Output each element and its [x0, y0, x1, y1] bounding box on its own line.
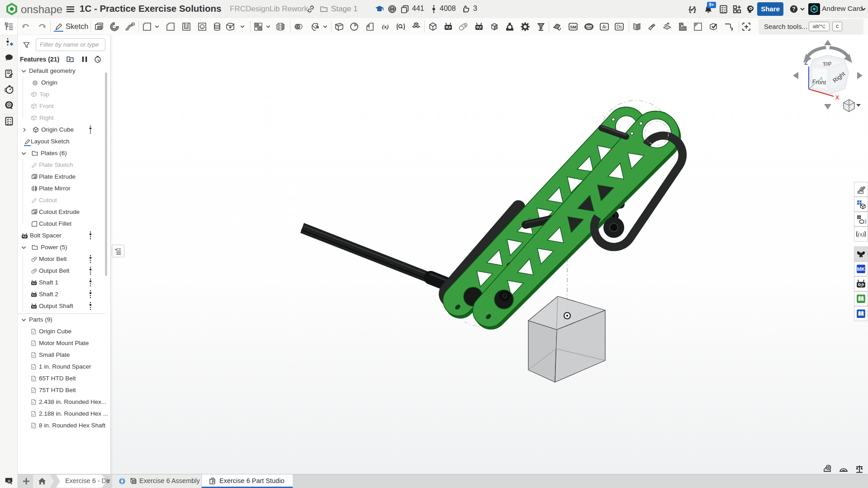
svg-text:MK: MK — [857, 266, 866, 272]
svg-text:HTD: HTD — [587, 25, 592, 28]
svg-text:}: } — [865, 219, 867, 224]
svg-text:}: } — [693, 5, 696, 13]
svg-text:Ds: Ds — [617, 24, 622, 29]
svg-text:X: X — [835, 94, 840, 101]
svg-text:?: ? — [792, 6, 795, 12]
svg-text:(x): (x) — [858, 231, 864, 237]
svg-text:(x): (x) — [382, 23, 389, 30]
svg-text:SM: SM — [570, 24, 576, 29]
svg-text:Ai: Ai — [602, 24, 607, 29]
